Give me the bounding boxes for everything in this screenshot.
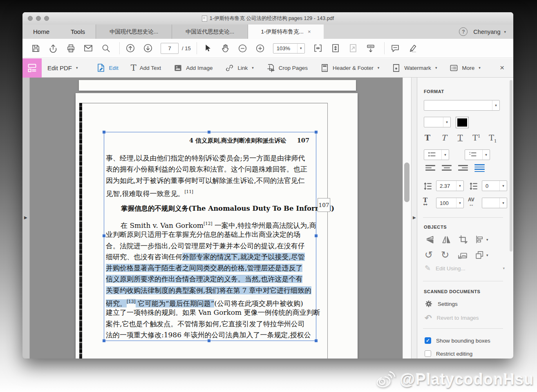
document-canvas[interactable]: 4 信义原则,商业判断准则和派生诉讼 107 事、经理,以及由他们指定的特别诉讼… — [30, 78, 403, 359]
chevron-down-icon: ▾ — [486, 253, 488, 257]
underline-button[interactable]: T — [453, 133, 467, 142]
fit-page-button[interactable] — [331, 43, 340, 53]
tab-tools[interactable]: Tools — [60, 24, 96, 39]
selection-handle[interactable] — [103, 131, 105, 134]
bullet-list-button[interactable]: ▾ — [424, 149, 449, 160]
superscript-button[interactable]: T1 — [470, 133, 483, 142]
text-line: 业判断原则只适用于在掌握充分信息的基础上作出商业决定的场 — [106, 229, 315, 240]
checkbox-unchecked-icon[interactable] — [425, 350, 431, 357]
search-icon[interactable] — [101, 43, 111, 53]
flip-vertical-button[interactable] — [425, 234, 435, 245]
rotate-right-button[interactable]: ↻ — [441, 249, 449, 261]
hand-tool-button[interactable] — [220, 43, 230, 53]
page-header-line: 4 信义原则,商业判断准则和派生诉讼 107 — [104, 137, 309, 145]
print-button[interactable] — [66, 43, 76, 53]
panel-scrollbar-thumb[interactable] — [510, 80, 512, 252]
subscript-button[interactable]: T1 — [486, 133, 500, 144]
selected-text-block[interactable]: 4 信义原则,商业判断准则和派生诉讼 107 事、经理,以及由他们指定的特别诉讼… — [104, 132, 316, 341]
add-text-button[interactable]: T Add Text — [131, 63, 161, 73]
scrollbar-thumb[interactable] — [404, 163, 409, 202]
selection-handle[interactable] — [315, 234, 318, 237]
doc-tab-1[interactable]: 中国现代思想史论... — [96, 24, 172, 39]
selection-handle[interactable] — [103, 339, 105, 342]
next-page-button[interactable] — [143, 43, 153, 53]
panel-divider — [423, 281, 503, 281]
zoom-out-button[interactable] — [238, 43, 248, 53]
selection-handle[interactable] — [103, 234, 105, 237]
rotate-left-button[interactable]: ↺ — [425, 249, 433, 261]
previous-page-button[interactable] — [125, 43, 135, 53]
replace-image-button[interactable] — [457, 251, 468, 261]
right-panel-strip[interactable]: ▶ — [411, 78, 417, 359]
checkbox-checked-icon[interactable]: ✓ — [425, 337, 431, 344]
arrange-objects-button[interactable]: ▾ — [474, 250, 488, 260]
edit-using-button[interactable]: ✎ Edit Using... ▾ — [425, 265, 505, 272]
header-footer-button[interactable]: Header & Footer ▾ — [320, 63, 379, 73]
more-button[interactable]: More ▾ — [449, 63, 480, 73]
flip-horizontal-button[interactable] — [441, 234, 452, 245]
expand-left-panel-icon[interactable]: ▶ — [24, 215, 27, 220]
save-button[interactable] — [31, 43, 40, 53]
numbered-list-button[interactable]: ▾ — [465, 149, 490, 160]
edit-pdf-tool-icon[interactable] — [22, 58, 42, 78]
user-account-menu[interactable]: Chenyang ▾ — [473, 29, 506, 35]
doc-tab-active[interactable]: 1-伊斯特布鲁克... × — [248, 24, 324, 39]
close-editbar-icon[interactable]: × — [500, 63, 504, 72]
text-line: 案件,它也是个触发点。不管情形如何,它直接引发了特拉华州公司 — [106, 318, 315, 330]
watermark-button[interactable]: Watermark ▾ — [392, 63, 437, 73]
email-button[interactable] — [83, 43, 93, 53]
share-upload-button[interactable] — [48, 43, 58, 53]
show-bounding-boxes-option[interactable]: ✓ Show bounding boxes — [425, 337, 490, 344]
help-icon[interactable]: ? — [459, 27, 468, 36]
page-number-object[interactable]: 107 — [318, 198, 330, 212]
align-left-button[interactable] — [425, 165, 435, 171]
edit-pdf-toolbar: Edit PDF ▾ Edit T Add Text Add Image Lin… — [22, 58, 513, 78]
font-family-select[interactable]: ▾ — [424, 100, 500, 111]
pdf-page[interactable]: 4 信义原则,商业判断准则和派生诉讼 107 事、经理,以及由他们指定的特别诉讼… — [76, 93, 358, 359]
chevron-down-icon: ▾ — [378, 66, 380, 70]
edit-button[interactable]: Edit — [96, 63, 119, 73]
actual-size-button[interactable] — [348, 43, 358, 53]
font-size-select[interactable]: ▾ — [424, 117, 451, 127]
zoom-level-combo[interactable]: 103% ▾ — [273, 43, 305, 53]
selection-handle[interactable] — [315, 131, 318, 134]
comment-button[interactable] — [390, 43, 400, 53]
format-section-title: FORMAT — [424, 89, 444, 94]
line-spacing-select[interactable]: 2.37▾ — [436, 180, 464, 191]
bold-button[interactable]: T — [421, 133, 434, 142]
selection-handle[interactable] — [208, 131, 210, 134]
italic-button[interactable]: T — [437, 133, 451, 142]
edit-pdf-menu[interactable]: Edit PDF ▾ — [42, 65, 85, 71]
align-objects-button[interactable]: ▾ — [474, 234, 488, 245]
doc-tab-2[interactable]: 中国近代思想史论... — [172, 24, 248, 39]
zoom-in-button[interactable] — [255, 43, 265, 53]
highlight-button[interactable] — [408, 43, 418, 53]
align-right-button[interactable] — [458, 165, 468, 171]
chevron-down-icon: ▾ — [76, 66, 78, 70]
align-center-button[interactable] — [442, 165, 452, 171]
font-color-swatch[interactable] — [456, 117, 469, 128]
scanned-settings-button[interactable]: Settings — [425, 300, 458, 308]
page-number-input[interactable] — [161, 43, 179, 54]
select-tool-button[interactable] — [203, 43, 213, 53]
close-tab-icon[interactable]: × — [308, 29, 311, 34]
link-button[interactable]: Link ▾ — [225, 63, 253, 73]
crop-object-button[interactable] — [458, 234, 468, 245]
selection-handle[interactable] — [315, 339, 318, 342]
expand-right-panel-icon[interactable]: ▶ — [413, 215, 416, 220]
revert-to-images-button[interactable]: ↶ Revert to Images — [425, 314, 479, 322]
reflow-view-button[interactable] — [366, 43, 376, 53]
char-scale-select[interactable]: 100▾ — [436, 198, 464, 208]
tab-home[interactable]: Home — [22, 24, 60, 39]
left-panel-strip[interactable]: ▶ — [22, 78, 30, 359]
char-spacing-select[interactable]: ▾ — [482, 198, 507, 208]
vertical-scrollbar[interactable] — [403, 78, 411, 359]
restrict-editing-option[interactable]: Restrict editing — [425, 350, 472, 357]
paragraph-spacing-select[interactable]: 0▾ — [482, 180, 507, 191]
fit-width-button[interactable] — [313, 43, 323, 53]
crop-pages-button[interactable]: Crop Pages — [266, 63, 308, 73]
add-image-button[interactable]: Add Image — [173, 63, 213, 73]
chevron-down-icon: ▾ — [456, 181, 463, 191]
align-justify-button[interactable] — [474, 164, 485, 172]
more-icon — [449, 63, 459, 73]
